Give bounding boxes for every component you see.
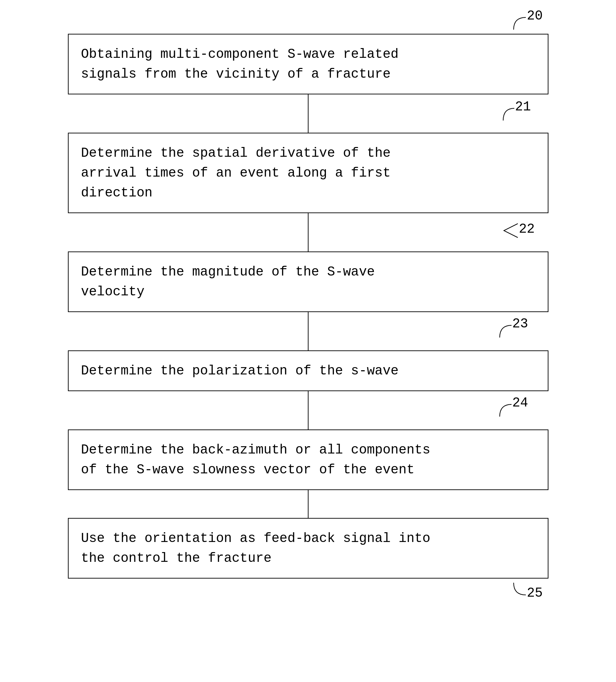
box-22: Determine the magnitude of the S-wave ve…	[68, 251, 548, 312]
line-21-22	[308, 213, 309, 251]
line-20-21	[308, 94, 309, 133]
svg-text:25: 25	[527, 586, 543, 600]
flowchart: 20 Obtaining multi-component S-wave rela…	[21, 14, 595, 598]
arc-21-svg: 21	[497, 105, 532, 124]
box-21-text: Determine the spatial derivative of the …	[81, 146, 391, 200]
line-22-23	[308, 312, 309, 350]
connector-24-25	[21, 490, 595, 518]
arc-22-svg: 22	[497, 220, 532, 241]
box-22-text: Determine the magnitude of the S-wave ve…	[81, 264, 375, 299]
arc-22: 22	[497, 220, 532, 243]
connector-20-21: 21	[21, 94, 595, 133]
step-21-wrapper: Determine the spatial derivative of the …	[21, 133, 595, 213]
step-25-wrapper: Use the orientation as feed-back signal …	[21, 518, 595, 598]
step-22-wrapper: Determine the magnitude of the S-wave ve…	[21, 251, 595, 312]
arc-20: 20	[507, 14, 548, 33]
arc-24: 24	[493, 401, 532, 422]
arc-23: 23	[493, 322, 532, 343]
step-23-wrapper: Determine the polarization of the s-wave	[21, 350, 595, 391]
box-24-text: Determine the back-azimuth or all compon…	[81, 442, 430, 477]
connector-21-22: 22	[21, 213, 595, 251]
arc-24-svg: 24	[493, 401, 532, 420]
line-24-25	[308, 490, 309, 518]
step-24-wrapper: Determine the back-azimuth or all compon…	[21, 429, 595, 490]
svg-text:20: 20	[527, 8, 543, 23]
box-20-text: Obtaining multi-component S-wave related…	[81, 47, 399, 82]
box-23: Determine the polarization of the s-wave	[68, 350, 548, 391]
connector-22-23: 23	[21, 312, 595, 350]
svg-text:21: 21	[515, 99, 531, 114]
line-23-24	[308, 391, 309, 429]
box-20: Obtaining multi-component S-wave related…	[68, 34, 548, 94]
svg-text:24: 24	[512, 395, 528, 410]
box-23-text: Determine the polarization of the s-wave	[81, 363, 399, 378]
arc-23-svg: 23	[493, 322, 532, 341]
svg-text:22: 22	[519, 222, 535, 237]
svg-text:23: 23	[512, 316, 528, 331]
box-24: Determine the back-azimuth or all compon…	[68, 429, 548, 490]
step-20-wrapper: 20 Obtaining multi-component S-wave rela…	[21, 14, 595, 94]
box-25-text: Use the orientation as feed-back signal …	[81, 531, 430, 566]
connector-23-24: 24	[21, 391, 595, 429]
arc-25: 25	[507, 579, 548, 598]
box-25: Use the orientation as feed-back signal …	[68, 518, 548, 579]
box-21: Determine the spatial derivative of the …	[68, 133, 548, 213]
arc-21: 21	[497, 105, 532, 126]
